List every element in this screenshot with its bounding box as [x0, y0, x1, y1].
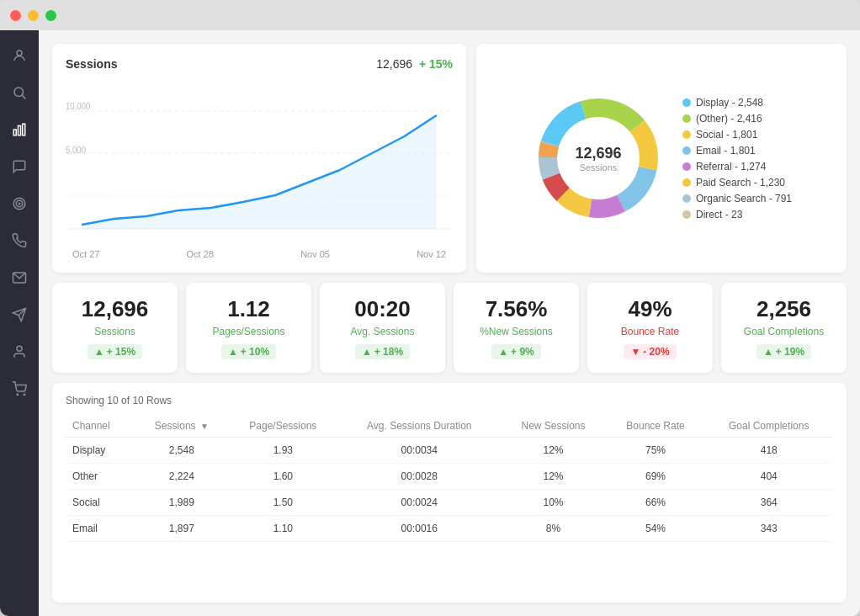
- cell-channel-1: Display: [66, 438, 135, 464]
- cell-channel-3: Social: [66, 490, 135, 516]
- col-goal-completions[interactable]: Goal Completions: [704, 415, 833, 438]
- svg-marker-21: [82, 115, 437, 229]
- stat-avg-number: 00:20: [354, 296, 411, 322]
- stat-new-label: %New Sessions: [480, 326, 553, 337]
- stats-row: 12,696 Sessions ▲ + 15% 1.12 Pages/Sessi…: [52, 283, 847, 373]
- legend-direct: Direct - 23: [682, 209, 792, 220]
- sidebar-icon-send[interactable]: [3, 298, 36, 332]
- stat-pages-label: Pages/Sessions: [212, 326, 284, 337]
- cell-page-2: 1.60: [228, 464, 339, 490]
- close-button[interactable]: [10, 10, 21, 21]
- stat-bounce: 49% Bounce Rate ▼ - 20%: [587, 283, 713, 373]
- legend-dot-paid-search: [682, 178, 691, 187]
- stat-sessions: 12,696 Sessions ▲ + 15%: [52, 283, 178, 373]
- stat-pages: 1.12 Pages/Sessions ▲ + 10%: [186, 283, 311, 373]
- cell-new-1: 12%: [501, 438, 607, 464]
- col-new-sessions[interactable]: New Sessions: [501, 415, 607, 438]
- cell-page-3: 1.50: [228, 490, 339, 516]
- table-row: Other 2,224 1.60 00:0028 12% 69% 404: [66, 464, 833, 490]
- col-channel[interactable]: Channel: [66, 415, 135, 438]
- x-axis-labels: Oct 27 Oct 28 Nov 05 Nov 12: [66, 246, 453, 259]
- table-row: Email 1,897 1.10 00:0016 8% 54% 343: [66, 516, 833, 542]
- cell-duration-2: 00:0028: [338, 464, 500, 490]
- cell-goal-1: 418: [704, 438, 833, 464]
- cell-new-4: 8%: [501, 516, 607, 542]
- cell-bounce-3: 66%: [607, 490, 705, 516]
- legend-dot-referral: [682, 162, 691, 171]
- sidebar-icon-phone[interactable]: [3, 224, 36, 258]
- main-content: Sessions 12,696 + 15%: [39, 30, 860, 616]
- cell-goal-3: 364: [704, 490, 833, 516]
- sidebar: [0, 30, 39, 616]
- sort-arrow: ▼: [200, 422, 209, 431]
- stat-new-sessions: 7.56% %New Sessions ▲ + 9%: [454, 283, 579, 373]
- legend-social: Social - 1,801: [682, 129, 792, 141]
- legend-dot-display: [682, 98, 691, 107]
- sidebar-icon-chat[interactable]: [3, 150, 36, 183]
- sidebar-icon-person[interactable]: [3, 335, 36, 369]
- table-header-row: Channel Sessions ▼ Page/Sessions Avg. Se…: [66, 415, 833, 438]
- stat-pages-number: 1.12: [227, 296, 270, 322]
- svg-point-8: [19, 203, 20, 204]
- legend-paid-search: Paid Search - 1,230: [682, 177, 792, 189]
- stat-sessions-badge-arrow: ▲: [94, 346, 104, 358]
- title-bar: [0, 0, 860, 30]
- minimize-button[interactable]: [28, 10, 39, 21]
- stat-bounce-badge-arrow: ▼: [630, 346, 640, 358]
- svg-point-1: [14, 88, 24, 97]
- maximize-button[interactable]: [45, 10, 56, 21]
- stat-avg-sessions: 00:20 Avg. Sessions ▲ + 18%: [320, 283, 445, 373]
- table-head: Channel Sessions ▼ Page/Sessions Avg. Se…: [66, 415, 833, 438]
- svg-rect-3: [13, 130, 16, 135]
- stat-new-number: 7.56%: [486, 296, 548, 322]
- legend-dot-organic: [682, 194, 691, 203]
- legend-dot-direct: [682, 210, 691, 219]
- table-section: Showing 10 of 10 Rows Channel Sessions ▼…: [52, 383, 847, 603]
- col-bounce-rate[interactable]: Bounce Rate: [607, 415, 705, 438]
- cell-sessions-1: 2,548: [135, 438, 227, 464]
- svg-text:10,000: 10,000: [66, 102, 91, 111]
- legend-label-other: (Other) - 2,416: [696, 113, 762, 125]
- sidebar-icon-search[interactable]: [3, 76, 36, 109]
- svg-point-13: [17, 394, 19, 396]
- col-sessions[interactable]: Sessions ▼: [135, 415, 227, 438]
- sidebar-icon-mail[interactable]: [3, 261, 36, 295]
- sidebar-icon-user[interactable]: [3, 39, 36, 72]
- cell-duration-3: 00:0024: [338, 490, 500, 516]
- app-body: Sessions 12,696 + 15%: [0, 30, 860, 616]
- stat-pages-badge: ▲ + 10%: [221, 344, 276, 359]
- stat-goal: 2,256 Goal Completions ▲ + 19%: [721, 283, 847, 373]
- svg-rect-4: [19, 126, 21, 135]
- stat-goal-label: Goal Completions: [744, 326, 824, 337]
- svg-point-0: [17, 50, 22, 56]
- cell-bounce-1: 75%: [607, 438, 705, 464]
- cell-duration-4: 00:0016: [338, 516, 500, 542]
- cell-channel-4: Email: [66, 516, 135, 542]
- cell-new-2: 12%: [501, 464, 607, 490]
- stat-goal-number: 2,256: [756, 296, 811, 322]
- cell-page-1: 1.93: [228, 438, 339, 464]
- cell-page-4: 1.10: [228, 516, 339, 542]
- col-page-sessions[interactable]: Page/Sessions: [228, 415, 339, 438]
- svg-text:5,000: 5,000: [66, 146, 86, 155]
- donut-card: 12,696 Sessions Display - 2,548 (Other) …: [476, 44, 847, 273]
- svg-line-2: [22, 95, 25, 98]
- col-avg-duration[interactable]: Avg. Sessions Duration: [338, 415, 500, 438]
- svg-point-12: [17, 346, 22, 351]
- stat-avg-badge-arrow: ▲: [362, 346, 372, 358]
- cell-new-3: 10%: [501, 490, 607, 516]
- cell-sessions-2: 2,224: [135, 464, 227, 490]
- legend-dot-email: [682, 146, 691, 155]
- sidebar-icon-chart[interactable]: [3, 113, 36, 146]
- sidebar-icon-shopping[interactable]: [3, 372, 36, 406]
- line-chart: 10,000 5,000: [66, 77, 453, 246]
- legend-label-email: Email - 1,801: [696, 145, 756, 157]
- svg-point-14: [24, 394, 25, 396]
- app-window: Sessions 12,696 + 15%: [0, 0, 860, 616]
- sessions-stat: 12,696 + 15%: [376, 57, 453, 71]
- legend-email: Email - 1,801: [682, 145, 792, 157]
- stat-bounce-label: Bounce Rate: [621, 326, 679, 337]
- donut-chart: 12,696 Sessions: [531, 91, 666, 226]
- sidebar-icon-target[interactable]: [3, 187, 36, 220]
- stat-bounce-number: 49%: [628, 296, 672, 322]
